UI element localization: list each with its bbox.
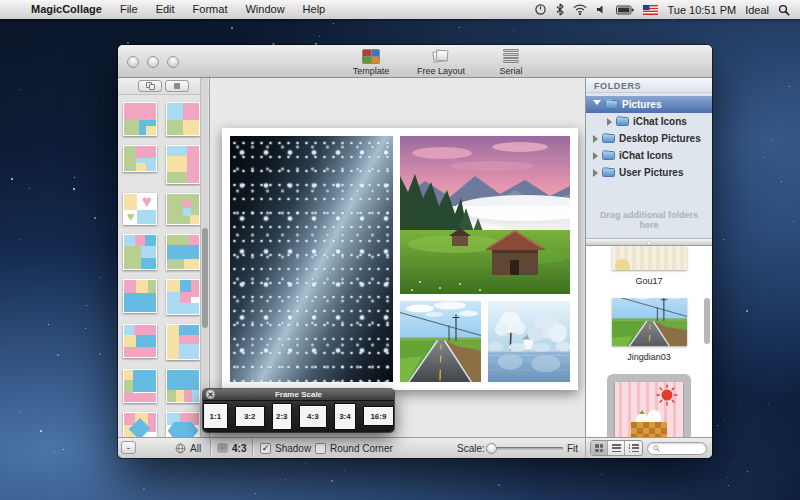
template-thumbnail-2[interactable]: [166, 102, 200, 136]
picture-item-gou17[interactable]: Gou17: [612, 246, 687, 298]
shadow-option[interactable]: ✓ Shadow: [260, 438, 311, 458]
search-input[interactable]: [663, 443, 701, 453]
template-thumbnail-13[interactable]: [123, 369, 157, 403]
folder-row-user-pictures[interactable]: User Pictures: [586, 164, 712, 181]
template-thumbnail-9[interactable]: [123, 279, 157, 313]
close-icon[interactable]: ✕: [206, 390, 215, 399]
shadow-label: Shadow: [275, 443, 311, 454]
template-thumbnail-12[interactable]: [166, 324, 200, 360]
title-bar[interactable]: TemplateFree LayoutSerial: [118, 45, 712, 78]
grid-view-icon: [595, 444, 603, 452]
sidebar-view-switch: [118, 78, 209, 95]
folder-icon: [605, 100, 618, 109]
collage-photo-country-road[interactable]: [400, 301, 481, 382]
template-thumbnail-6[interactable]: [166, 193, 200, 225]
template-thumbnail-1[interactable]: [123, 102, 157, 136]
frame-scale-option-2x3[interactable]: 2:3: [272, 403, 292, 430]
scale-slider-track[interactable]: [489, 447, 563, 450]
close-window-button[interactable]: [127, 56, 139, 68]
template-thumbnail-10[interactable]: [166, 279, 200, 315]
menu-format[interactable]: Format: [184, 0, 237, 19]
toolbar-serial-button[interactable]: Serial: [484, 47, 538, 76]
frame-scale-option-16x9[interactable]: 16:9: [363, 406, 394, 426]
bluetooth-icon[interactable]: [556, 0, 564, 19]
frame-ratio-value: 4:3: [232, 443, 246, 454]
menu-help[interactable]: Help: [294, 0, 335, 19]
stack-view-button[interactable]: [138, 80, 162, 92]
toolbar-free-layout-button[interactable]: Free Layout: [414, 47, 468, 76]
spotlight-icon[interactable]: [778, 0, 790, 19]
picture-thumbnail[interactable]: [612, 246, 687, 270]
collage-photo-raindrops-on-glass[interactable]: [230, 136, 393, 382]
scale-slider-thumb[interactable]: [486, 443, 497, 454]
panel-splitter[interactable]: [586, 238, 712, 246]
frame-ratio-indicator[interactable]: 4:3: [217, 438, 246, 458]
toolbar-template-button[interactable]: Template: [344, 47, 398, 76]
template-block: [124, 370, 133, 380]
disclosure-open-icon[interactable]: [593, 100, 601, 109]
template-thumbnail-7[interactable]: [123, 234, 157, 270]
app-menu-title[interactable]: MagicCollage: [22, 0, 111, 19]
frame-scale-option-4x3[interactable]: 4:3: [299, 405, 327, 428]
disclosure-closed-icon[interactable]: [593, 135, 598, 143]
detail-view-button[interactable]: [625, 441, 642, 455]
template-thumbnail-3[interactable]: [123, 145, 157, 172]
battery-icon[interactable]: [616, 0, 634, 19]
collage-page[interactable]: [222, 128, 578, 390]
template-thumbnail-5[interactable]: ♥♥: [123, 193, 157, 225]
sidebar-scrollbar-thumb[interactable]: [202, 228, 208, 328]
category-dropdown[interactable]: All: [175, 438, 201, 458]
library-toolbar: [585, 438, 712, 458]
picture-thumbnail[interactable]: [612, 298, 687, 346]
picture-thumbnail[interactable]: [615, 382, 683, 437]
disclosure-closed-icon[interactable]: [607, 118, 612, 126]
grid-view-button[interactable]: [165, 80, 189, 92]
volume-icon[interactable]: [596, 0, 607, 19]
input-language-flag-icon[interactable]: [643, 0, 658, 19]
menu-window[interactable]: Window: [236, 0, 293, 19]
frame-scale-option-3x4[interactable]: 3:4: [334, 403, 356, 430]
frame-scale-option-3x2[interactable]: 3:2: [235, 406, 265, 427]
picture-list-scrollbar[interactable]: [704, 298, 710, 344]
template-block: [183, 120, 199, 135]
menu-edit[interactable]: Edit: [147, 0, 184, 19]
folder-row-pictures[interactable]: Pictures: [586, 96, 712, 113]
round-corner-option[interactable]: Round Corner: [315, 438, 393, 458]
list-view-button[interactable]: [608, 441, 625, 455]
menu-user[interactable]: Ideal: [745, 4, 769, 16]
wifi-icon[interactable]: [573, 0, 587, 19]
folder-row-desktop-pictures[interactable]: Desktop Pictures: [586, 130, 712, 147]
collage-photo-winter-river[interactable]: [488, 301, 570, 382]
frame-scale-titlebar[interactable]: ✕ Frame Scale: [203, 389, 394, 401]
template-block: [167, 303, 199, 314]
template-thumbnail-8[interactable]: [166, 234, 200, 270]
template-thumbnail-16[interactable]: [166, 412, 200, 437]
folder-icon: [602, 134, 615, 143]
template-thumbnail-14[interactable]: [166, 369, 200, 403]
template-thumbnail-11[interactable]: [123, 324, 157, 358]
thumbnail-view-button[interactable]: [591, 441, 608, 455]
frame-scale-popup[interactable]: ✕ Frame Scale 1:13:22:34:33:416:9: [203, 389, 394, 432]
folder-row-ichat-icons[interactable]: iChat Icons: [586, 113, 712, 130]
folder-row-ichat-icons[interactable]: iChat Icons: [586, 147, 712, 164]
disclosure-closed-icon[interactable]: [593, 169, 598, 177]
template-block: [141, 246, 156, 258]
sync-status-icon[interactable]: [534, 0, 547, 19]
round-corner-checkbox[interactable]: [315, 443, 326, 454]
search-field[interactable]: [647, 442, 707, 455]
picture-item-katong01[interactable]: Katong01: [607, 374, 691, 437]
picture-item-jingdian03[interactable]: Jingdian03: [612, 298, 687, 374]
template-block: [124, 246, 141, 269]
collage-canvas[interactable]: [210, 78, 585, 437]
menu-clock[interactable]: Tue 10:51 PM: [667, 4, 736, 16]
shadow-checkbox[interactable]: ✓: [260, 443, 271, 454]
disclosure-closed-icon[interactable]: [593, 152, 598, 160]
collage-photo-foggy-meadow-hut[interactable]: [400, 136, 570, 294]
zoom-window-button[interactable]: [167, 56, 179, 68]
menu-file[interactable]: File: [111, 0, 147, 19]
remove-button[interactable]: -: [121, 441, 136, 454]
frame-scale-option-1x1[interactable]: 1:1: [203, 403, 228, 429]
template-thumbnail-15[interactable]: [123, 412, 157, 437]
minimize-window-button[interactable]: [147, 56, 159, 68]
template-thumbnail-4[interactable]: [166, 145, 200, 184]
